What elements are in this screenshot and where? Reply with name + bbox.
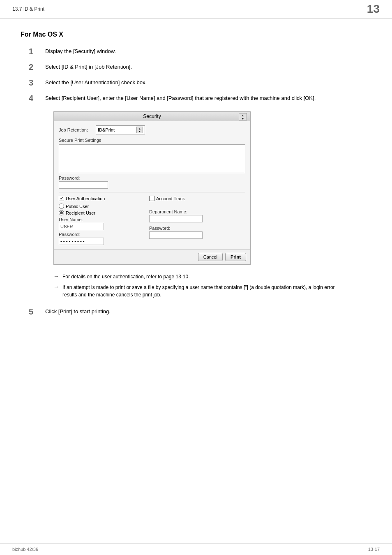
note-1: → For details on the user authentication… bbox=[53, 273, 347, 280]
public-user-label: Public User bbox=[66, 204, 89, 209]
step-4-text: Select [Recipient User], enter the [User… bbox=[45, 93, 316, 102]
job-retention-value: ID&Print bbox=[98, 127, 135, 132]
dialog-titlebar: Security ▲ ▼ bbox=[54, 112, 250, 121]
public-user-radio[interactable] bbox=[59, 204, 64, 209]
user-password-input[interactable] bbox=[59, 238, 104, 245]
step-1-number: 1 bbox=[29, 46, 45, 56]
account-track-checkbox[interactable] bbox=[149, 196, 154, 201]
footer-left: bizhub 42/36 bbox=[12, 547, 38, 552]
step-4-number: 4 bbox=[29, 93, 45, 103]
security-dialog: Security ▲ ▼ Job Retention: ID&Print bbox=[53, 111, 251, 265]
top-bar: 13.7 ID & Print 13 bbox=[0, 0, 392, 18]
job-retention-select[interactable]: ID&Print ▲ ▼ bbox=[96, 125, 145, 134]
header-chapter-number: 13 bbox=[367, 3, 380, 15]
section-title: For Mac OS X bbox=[21, 31, 371, 38]
job-retention-stepper[interactable]: ▲ ▼ bbox=[136, 127, 143, 133]
step-3: 3 Select the [User Authentication] check… bbox=[29, 78, 371, 88]
dialog-stepper[interactable]: ▲ ▼ bbox=[239, 113, 247, 120]
user-auth-label: User Authentication bbox=[66, 196, 105, 201]
two-col-section: ✔ User Authentication Public User bbox=[59, 196, 245, 245]
account-track-label: Account Track bbox=[156, 196, 185, 201]
step-3-text: Select the [User Authentication] check b… bbox=[45, 78, 147, 87]
user-auth-row: ✔ User Authentication bbox=[59, 196, 141, 201]
recipient-user-row: Recipient User bbox=[59, 210, 141, 215]
step-2-text: Select [ID & Print] in [Job Retention]. bbox=[45, 62, 132, 71]
checkmark-icon: ✔ bbox=[60, 196, 63, 201]
step-5-number: 5 bbox=[29, 307, 45, 317]
dialog-footer: Cancel Print bbox=[54, 249, 250, 264]
bottom-bar: bizhub 42/36 13-17 bbox=[0, 543, 392, 555]
account-password-label: Password: bbox=[149, 226, 245, 231]
arrow-icon-2: → bbox=[53, 284, 61, 290]
recipient-user-radio[interactable] bbox=[59, 210, 64, 215]
secure-print-settings-label: Secure Print Settings bbox=[59, 138, 245, 143]
step-5: 5 Click [Print] to start printing. bbox=[29, 307, 371, 317]
recipient-user-label: Recipient User bbox=[66, 210, 95, 215]
main-content: For Mac OS X 1 Display the [Security] wi… bbox=[0, 18, 392, 335]
dialog-body: Job Retention: ID&Print ▲ ▼ Secure Print… bbox=[54, 121, 250, 249]
stepper-down-icon[interactable]: ▼ bbox=[239, 117, 247, 120]
job-retention-stepper-down[interactable]: ▼ bbox=[137, 130, 143, 133]
left-column: ✔ User Authentication Public User bbox=[59, 196, 141, 245]
account-password-input[interactable] bbox=[149, 231, 203, 239]
department-name-label: Department Name: bbox=[149, 209, 245, 214]
step-2-number: 2 bbox=[29, 62, 45, 72]
dialog-title: Security bbox=[143, 113, 161, 119]
job-retention-stepper-up[interactable]: ▲ bbox=[137, 127, 143, 130]
step-1: 1 Display the [Security] window. bbox=[29, 46, 371, 56]
print-button[interactable]: Print bbox=[225, 253, 246, 261]
job-retention-row: Job Retention: ID&Print ▲ ▼ bbox=[59, 125, 245, 134]
header-section-label: 13.7 ID & Print bbox=[12, 6, 44, 12]
secure-print-box bbox=[59, 144, 245, 173]
secure-password-input[interactable] bbox=[59, 181, 108, 189]
notes-section: → For details on the user authentication… bbox=[53, 273, 347, 298]
step-4: 4 Select [Recipient User], enter the [Us… bbox=[29, 93, 371, 103]
user-name-input[interactable] bbox=[59, 223, 104, 230]
note-1-text: For details on the user authentication, … bbox=[62, 273, 190, 280]
note-2: → If an attempt is made to print or save… bbox=[53, 284, 347, 298]
note-2-text: If an attempt is made to print or save a… bbox=[62, 284, 347, 298]
right-column: Account Track Department Name: Password: bbox=[149, 196, 245, 245]
dialog-wrapper: Security ▲ ▼ Job Retention: ID&Print bbox=[53, 111, 371, 265]
department-name-input[interactable] bbox=[149, 215, 203, 222]
account-track-row: Account Track bbox=[149, 196, 245, 201]
user-name-label: User Name: bbox=[59, 217, 141, 222]
footer-right: 13-17 bbox=[368, 547, 380, 552]
stepper-up-icon[interactable]: ▲ bbox=[239, 113, 247, 117]
step-5-text: Click [Print] to start printing. bbox=[45, 307, 111, 316]
public-user-row: Public User bbox=[59, 204, 141, 209]
secure-password-label: Password: bbox=[59, 176, 245, 180]
job-retention-label: Job Retention: bbox=[59, 127, 96, 132]
user-auth-checkbox[interactable]: ✔ bbox=[59, 196, 64, 201]
arrow-icon-1: → bbox=[53, 273, 61, 279]
step-1-text: Display the [Security] window. bbox=[45, 46, 116, 56]
page-container: 13.7 ID & Print 13 For Mac OS X 1 Displa… bbox=[0, 0, 392, 555]
user-password-label: Password: bbox=[59, 232, 141, 237]
dialog-separator bbox=[59, 192, 245, 192]
steps-list: 1 Display the [Security] window. 2 Selec… bbox=[29, 46, 371, 317]
cancel-button[interactable]: Cancel bbox=[198, 253, 223, 261]
step-3-number: 3 bbox=[29, 78, 45, 88]
step-2: 2 Select [ID & Print] in [Job Retention]… bbox=[29, 62, 371, 72]
